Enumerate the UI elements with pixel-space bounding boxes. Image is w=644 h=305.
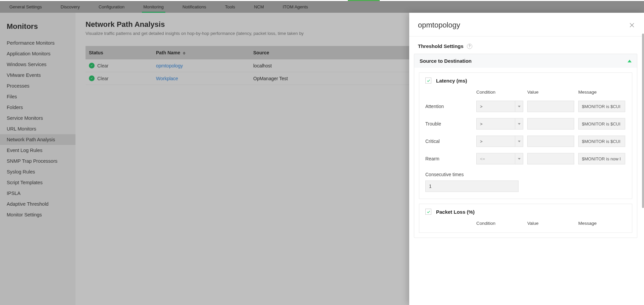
status-ok-icon: [89, 75, 95, 81]
section-title: Threshold Settings: [418, 43, 464, 49]
sidebar-item-event-log-rules[interactable]: Event Log Rules: [0, 145, 75, 156]
sidebar-item-network-path-analysis[interactable]: Network Path Analysis: [0, 134, 75, 145]
sort-icon: [183, 52, 185, 55]
accordion-header[interactable]: Source to Destination: [414, 54, 637, 68]
col-path-name-label: Path Name: [156, 50, 180, 55]
col-source-label: Source: [253, 50, 269, 55]
top-tab-label: Monitoring: [143, 4, 164, 9]
top-tab-notifications[interactable]: Notifications: [173, 1, 216, 13]
sidebar-item-windows-services[interactable]: Windows Services: [0, 59, 75, 70]
threshold-settings-panel: opmtopology Threshold Settings ? Source …: [409, 13, 644, 305]
value-input-trouble[interactable]: [527, 118, 574, 130]
chevron-down-icon: [515, 153, 523, 164]
chevron-down-icon: [515, 118, 523, 129]
condition-select-critical[interactable]: >: [476, 136, 523, 147]
top-tab-discovery[interactable]: Discovery: [51, 1, 89, 13]
status-cell: Clear: [89, 75, 149, 81]
row-label-attention: Attention: [425, 104, 472, 109]
col-message: Message: [578, 90, 625, 95]
col-path-name[interactable]: Path Name: [153, 46, 250, 59]
top-tab-tools[interactable]: Tools: [216, 1, 245, 13]
status-text: Clear: [97, 76, 108, 81]
sidebar-item-label: Service Monitors: [7, 115, 43, 121]
top-tab-bar: General Settings Discovery Configuration…: [0, 1, 644, 13]
sidebar-item-label: IPSLA: [7, 191, 20, 196]
condition-select-rearm[interactable]: <=: [476, 153, 523, 164]
help-icon[interactable]: ?: [467, 44, 472, 49]
value-input-rearm[interactable]: [527, 153, 574, 164]
panel-header: opmtopology: [409, 13, 644, 36]
chevron-down-icon: [515, 101, 523, 112]
sidebar-item-label: VMware Events: [7, 72, 41, 78]
metric-header: Packet Loss (%): [425, 209, 626, 215]
row-label-critical: Critical: [425, 139, 472, 144]
top-tab-label: Configuration: [99, 4, 124, 9]
col-status-label: Status: [89, 50, 103, 55]
select-value: >: [480, 104, 483, 109]
consecutive-label: Consecutive times: [425, 172, 626, 177]
sidebar-item-adaptive-threshold[interactable]: Adaptive Threshold: [0, 199, 75, 209]
condition-select-trouble[interactable]: >: [476, 118, 523, 130]
sidebar-item-processes[interactable]: Processes: [0, 81, 75, 91]
row-label-rearm: Rearm: [425, 156, 472, 161]
sidebar-item-label: SNMP Trap Processors: [7, 158, 57, 164]
threshold-grid-latency: Condition Value Message Attention > Trou…: [425, 90, 626, 164]
top-tab-label: Notifications: [182, 4, 206, 9]
message-input-rearm[interactable]: [578, 153, 625, 164]
top-tab-configuration[interactable]: Configuration: [89, 1, 134, 13]
sidebar-item-snmp-trap-processors[interactable]: SNMP Trap Processors: [0, 156, 75, 166]
top-accent-bar: [348, 0, 380, 1]
metric-header: Latency (ms): [425, 78, 626, 84]
threshold-grid-packet-loss: Condition Value Message: [425, 221, 626, 226]
sidebar-title: Monitors: [0, 19, 75, 38]
sidebar-item-label: Windows Services: [7, 62, 46, 67]
accordion-source-to-destination: Source to Destination Latency (ms) Condi…: [414, 54, 637, 238]
consecutive-input[interactable]: [425, 181, 519, 192]
sidebar-item-label: Event Log Rules: [7, 148, 42, 153]
sidebar-item-label: Syslog Rules: [7, 169, 35, 174]
status-cell: Clear: [89, 63, 149, 68]
sidebar-item-script-templates[interactable]: Script Templates: [0, 177, 75, 188]
sidebar-item-vmware-events[interactable]: VMware Events: [0, 70, 75, 81]
metric-card-latency: Latency (ms) Condition Value Message Att…: [419, 72, 632, 199]
path-link-workplace[interactable]: Workplace: [156, 76, 178, 81]
col-condition: Condition: [476, 90, 523, 95]
panel-title: opmtopology: [418, 21, 460, 30]
sidebar: Monitors Performance Monitors Applicatio…: [0, 13, 75, 305]
sidebar-item-folders[interactable]: Folders: [0, 102, 75, 113]
sidebar-item-label: Files: [7, 94, 17, 99]
panel-scrollbar[interactable]: [642, 34, 644, 208]
metric-card-packet-loss: Packet Loss (%) Condition Value Message: [419, 204, 632, 233]
col-message: Message: [578, 221, 625, 226]
condition-select-attention[interactable]: >: [476, 101, 523, 112]
path-link-opmtopology[interactable]: opmtopology: [156, 63, 183, 68]
message-input-critical[interactable]: [578, 136, 625, 147]
top-tab-general-settings[interactable]: General Settings: [0, 1, 51, 13]
sidebar-item-service-monitors[interactable]: Service Monitors: [0, 113, 75, 123]
sidebar-item-label: Processes: [7, 83, 30, 89]
checkbox-packet-loss[interactable]: [425, 209, 431, 215]
checkbox-latency[interactable]: [425, 78, 431, 84]
section-title-row: Threshold Settings ?: [409, 37, 642, 54]
sidebar-item-label: Script Templates: [7, 180, 43, 185]
value-input-critical[interactable]: [527, 136, 574, 147]
sidebar-item-performance-monitors[interactable]: Performance Monitors: [0, 38, 75, 48]
sidebar-item-application-monitors[interactable]: Application Monitors: [0, 48, 75, 59]
top-tab-ncm[interactable]: NCM: [245, 1, 273, 13]
status-ok-icon: [89, 63, 95, 68]
sidebar-item-url-monitors[interactable]: URL Monitors: [0, 123, 75, 134]
sidebar-item-ipsla[interactable]: IPSLA: [0, 188, 75, 199]
message-input-attention[interactable]: [578, 101, 625, 112]
select-value: >: [480, 139, 483, 144]
panel-body[interactable]: Threshold Settings ? Source to Destinati…: [409, 36, 644, 305]
sidebar-item-files[interactable]: Files: [0, 91, 75, 102]
close-icon[interactable]: [629, 22, 635, 29]
col-status[interactable]: Status: [86, 46, 153, 59]
sidebar-item-syslog-rules[interactable]: Syslog Rules: [0, 166, 75, 177]
top-tab-monitoring[interactable]: Monitoring: [134, 1, 173, 13]
sidebar-item-monitor-settings[interactable]: Monitor Settings: [0, 209, 75, 220]
top-tab-label: ITOM Agents: [283, 4, 308, 9]
message-input-trouble[interactable]: [578, 118, 625, 130]
value-input-attention[interactable]: [527, 101, 574, 112]
top-tab-itom-agents[interactable]: ITOM Agents: [273, 1, 318, 13]
